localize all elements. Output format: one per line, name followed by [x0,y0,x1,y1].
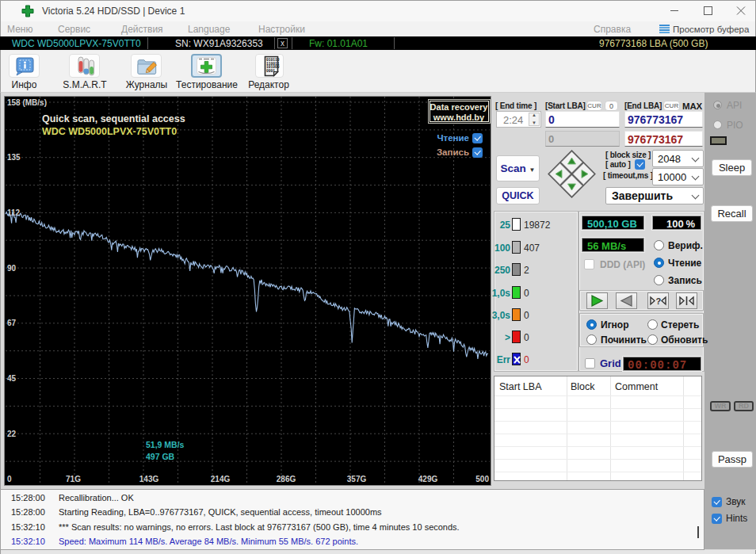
svg-text:Quick scan, sequential access: Quick scan, sequential access [42,113,185,124]
svg-text:WDC WD5000LPVX-75V0TT0: WDC WD5000LPVX-75V0TT0 [42,126,177,137]
svg-text:www.hdd.by: www.hdd.by [433,113,485,122]
svg-text:Чтение: Чтение [437,133,469,143]
svg-text:143G: 143G [139,475,159,483]
svg-text:429G: 429G [418,475,438,483]
svg-text:214G: 214G [211,475,231,483]
svg-text:71G: 71G [66,475,81,483]
svg-text:45: 45 [7,374,17,383]
svg-text:0001: 0001 [266,69,275,73]
svg-text:158 (MB/s): 158 (MB/s) [7,98,47,107]
svg-text:0: 0 [7,475,12,483]
svg-text:286G: 286G [277,475,296,483]
svg-text:497 GB: 497 GB [146,452,175,461]
svg-text:Запись: Запись [437,147,469,157]
svg-text:357G: 357G [347,475,367,483]
svg-text:135: 135 [7,153,21,162]
svg-text:Data recovery: Data recovery [430,102,489,112]
svg-text:51,9 MB/s: 51,9 MB/s [146,440,185,449]
svg-text:90: 90 [7,264,17,273]
svg-text:500: 500 [475,475,489,483]
svg-text:67: 67 [7,319,17,327]
svg-text:22: 22 [7,430,17,438]
svg-text:?: ? [656,296,662,306]
